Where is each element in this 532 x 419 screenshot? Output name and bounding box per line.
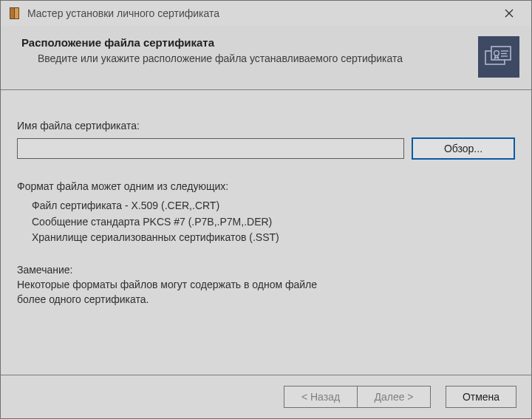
app-icon (8, 7, 21, 20)
cancel-button[interactable]: Отмена (446, 386, 516, 408)
notice-label: Замечание: (17, 264, 515, 276)
svg-rect-1 (15, 8, 19, 19)
back-button[interactable]: < Назад (284, 386, 358, 408)
notice-line: Некоторые форматы файлов могут содержать… (17, 279, 317, 290)
close-button[interactable] (493, 2, 525, 24)
window-title: Мастер установки личного сертификата (27, 7, 493, 19)
notice-line: более одного сертификата. (17, 293, 149, 305)
wizard-header-text: Расположение файла сертификата Введите и… (21, 36, 471, 65)
format-item: Сообщение стандарта PKCS #7 (.P7B,.P7M,.… (32, 214, 515, 231)
browse-button[interactable]: Обзор... (412, 137, 515, 160)
wizard-footer: < Назад Далее > Отмена (1, 375, 531, 418)
close-icon (505, 9, 514, 18)
svg-rect-0 (10, 8, 15, 19)
next-button[interactable]: Далее > (357, 386, 431, 408)
format-label: Формат файла может одним из следующих: (17, 180, 515, 192)
page-subtitle: Введите или укажите расположение файла у… (38, 52, 471, 65)
wizard-body: Имя файла сертификата: Обзор... Формат ф… (1, 90, 531, 375)
format-item: Файл сертификата - X.509 (.CER,.CRT) (32, 198, 515, 214)
notice-body: Некоторые форматы файлов могут содержать… (17, 277, 515, 307)
certificate-icon (478, 36, 519, 78)
file-name-field[interactable] (17, 138, 404, 159)
wizard-header: Расположение файла сертификата Введите и… (1, 26, 531, 90)
titlebar: Мастер установки личного сертификата (1, 1, 531, 26)
page-title: Расположение файла сертификата (21, 36, 471, 49)
format-item: Хранилище сериализованных сертификатов (… (32, 230, 515, 246)
wizard-dialog: Мастер установки личного сертификата Рас… (0, 0, 532, 419)
file-row: Обзор... (17, 137, 515, 160)
file-name-label: Имя файла сертификата: (17, 120, 515, 132)
format-list: Файл сертификата - X.509 (.CER,.CRT) Соо… (32, 198, 515, 246)
